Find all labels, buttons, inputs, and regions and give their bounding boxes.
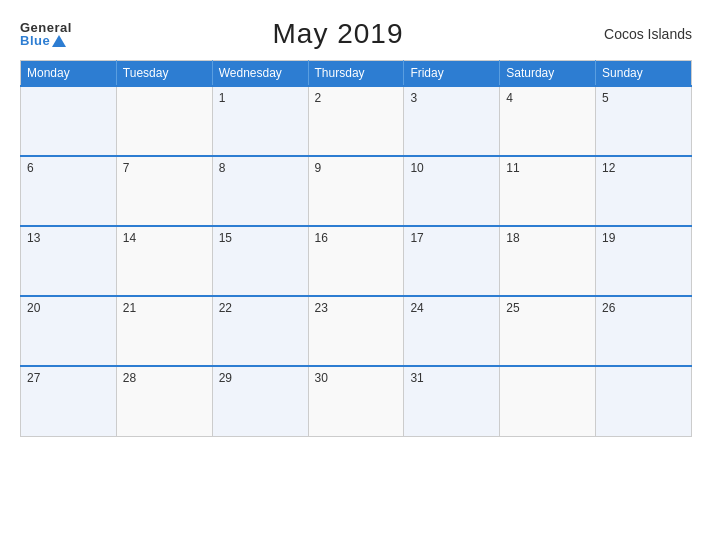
calendar-day-cell: 5 <box>596 86 692 156</box>
day-number: 5 <box>602 91 609 105</box>
calendar-day-cell: 12 <box>596 156 692 226</box>
calendar-day-cell: 18 <box>500 226 596 296</box>
calendar-day-cell: 1 <box>212 86 308 156</box>
day-number: 28 <box>123 371 136 385</box>
calendar-day-cell: 16 <box>308 226 404 296</box>
calendar-day-cell: 11 <box>500 156 596 226</box>
day-number: 8 <box>219 161 226 175</box>
weekday-monday: Monday <box>21 61 117 87</box>
day-number: 26 <box>602 301 615 315</box>
day-number: 6 <box>27 161 34 175</box>
weekday-saturday: Saturday <box>500 61 596 87</box>
day-number: 29 <box>219 371 232 385</box>
calendar-table: Monday Tuesday Wednesday Thursday Friday… <box>20 60 692 437</box>
calendar-day-cell: 26 <box>596 296 692 366</box>
calendar-day-cell: 27 <box>21 366 117 436</box>
day-number: 9 <box>315 161 322 175</box>
calendar-day-cell: 17 <box>404 226 500 296</box>
calendar-day-cell: 19 <box>596 226 692 296</box>
calendar-week-row: 6789101112 <box>21 156 692 226</box>
calendar-day-cell: 8 <box>212 156 308 226</box>
calendar-day-cell: 14 <box>116 226 212 296</box>
calendar-day-cell: 3 <box>404 86 500 156</box>
calendar-day-cell: 25 <box>500 296 596 366</box>
day-number: 18 <box>506 231 519 245</box>
weekday-tuesday: Tuesday <box>116 61 212 87</box>
day-number: 12 <box>602 161 615 175</box>
day-number: 20 <box>27 301 40 315</box>
calendar-day-cell <box>500 366 596 436</box>
day-number: 25 <box>506 301 519 315</box>
day-number: 2 <box>315 91 322 105</box>
day-number: 23 <box>315 301 328 315</box>
logo-blue-text: Blue <box>20 34 72 47</box>
day-number: 31 <box>410 371 423 385</box>
calendar-day-cell: 9 <box>308 156 404 226</box>
day-number: 24 <box>410 301 423 315</box>
calendar-day-cell: 31 <box>404 366 500 436</box>
calendar-week-row: 13141516171819 <box>21 226 692 296</box>
day-number: 16 <box>315 231 328 245</box>
calendar-day-cell <box>596 366 692 436</box>
day-number: 11 <box>506 161 519 175</box>
day-number: 4 <box>506 91 513 105</box>
calendar-day-cell: 10 <box>404 156 500 226</box>
day-number: 13 <box>27 231 40 245</box>
calendar-day-cell: 13 <box>21 226 117 296</box>
weekday-wednesday: Wednesday <box>212 61 308 87</box>
calendar-day-cell <box>116 86 212 156</box>
day-number: 27 <box>27 371 40 385</box>
calendar-day-cell: 22 <box>212 296 308 366</box>
day-number: 7 <box>123 161 130 175</box>
day-number: 30 <box>315 371 328 385</box>
day-number: 21 <box>123 301 136 315</box>
calendar-day-cell: 15 <box>212 226 308 296</box>
calendar-day-cell: 23 <box>308 296 404 366</box>
weekday-sunday: Sunday <box>596 61 692 87</box>
calendar-day-cell: 6 <box>21 156 117 226</box>
calendar-day-cell: 20 <box>21 296 117 366</box>
day-number: 10 <box>410 161 423 175</box>
day-number: 15 <box>219 231 232 245</box>
logo: General Blue <box>20 21 72 47</box>
calendar-day-cell: 2 <box>308 86 404 156</box>
calendar-day-cell: 29 <box>212 366 308 436</box>
logo-triangle-icon <box>52 35 66 47</box>
calendar-day-cell <box>21 86 117 156</box>
day-number: 17 <box>410 231 423 245</box>
weekday-friday: Friday <box>404 61 500 87</box>
calendar-day-cell: 21 <box>116 296 212 366</box>
day-number: 3 <box>410 91 417 105</box>
header: General Blue May 2019 Cocos Islands <box>20 18 692 50</box>
calendar-day-cell: 7 <box>116 156 212 226</box>
calendar-day-cell: 28 <box>116 366 212 436</box>
calendar-week-row: 2728293031 <box>21 366 692 436</box>
day-number: 19 <box>602 231 615 245</box>
day-number: 1 <box>219 91 226 105</box>
calendar-page: General Blue May 2019 Cocos Islands Mond… <box>0 0 712 550</box>
calendar-week-row: 12345 <box>21 86 692 156</box>
calendar-day-cell: 30 <box>308 366 404 436</box>
region-label: Cocos Islands <box>604 26 692 42</box>
weekday-header-row: Monday Tuesday Wednesday Thursday Friday… <box>21 61 692 87</box>
weekday-thursday: Thursday <box>308 61 404 87</box>
calendar-title: May 2019 <box>273 18 404 50</box>
day-number: 14 <box>123 231 136 245</box>
calendar-day-cell: 24 <box>404 296 500 366</box>
calendar-day-cell: 4 <box>500 86 596 156</box>
calendar-week-row: 20212223242526 <box>21 296 692 366</box>
day-number: 22 <box>219 301 232 315</box>
